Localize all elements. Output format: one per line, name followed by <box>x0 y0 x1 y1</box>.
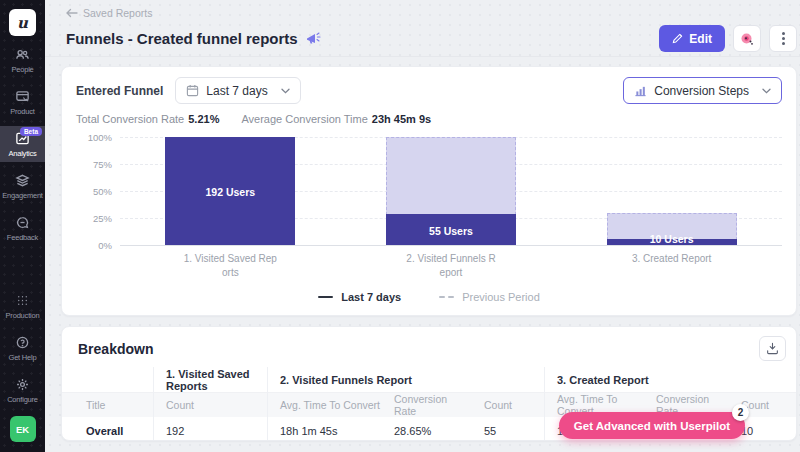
view-selector-dropdown[interactable]: Conversion Steps <box>623 77 782 104</box>
app-root: u People Product Beta Analytics Engageme… <box>0 0 800 452</box>
col-header-count-1: Count <box>153 393 267 417</box>
beta-badge: Beta <box>20 127 42 136</box>
sidebar-item-label: Product <box>10 107 34 116</box>
pink-target-icon <box>739 31 755 47</box>
total-conversion-rate: Total Conversion Rate5.21% <box>76 113 219 125</box>
y-tick-label: 100% <box>88 132 112 143</box>
cell-conv-rate-2: 28.65% <box>382 417 472 441</box>
download-icon <box>766 342 779 355</box>
dashed-line-swatch <box>439 296 454 299</box>
calendar-icon <box>186 84 199 97</box>
sidebar-item-people[interactable]: People <box>0 42 45 78</box>
x-tick-label: 2. Visited Funnels Report <box>341 252 562 279</box>
y-tick-label: 75% <box>93 159 112 170</box>
y-tick-label: 0% <box>98 240 112 251</box>
feedback-chat-icon <box>15 215 30 230</box>
gridline <box>120 245 782 246</box>
bar-group[interactable]: 55 Users <box>341 137 562 245</box>
sidebar-item-label: Get Help <box>9 353 37 362</box>
legend-item-previous[interactable]: Previous Period <box>439 291 540 303</box>
page-title: Funnels - Created funnel reports <box>66 30 298 47</box>
download-button[interactable] <box>759 336 786 361</box>
avg-conversion-time-value: 23h 45m 9s <box>372 113 431 125</box>
notification-badge: 2 <box>732 404 749 421</box>
sidebar-item-label: Feedback <box>7 233 38 242</box>
current-period-bar <box>607 239 737 245</box>
bar-group[interactable]: 10 Users <box>561 137 782 245</box>
more-options-button[interactable] <box>769 25 797 52</box>
help-icon <box>15 335 30 350</box>
current-period-bar <box>386 214 516 245</box>
funnel-chart-card: Entered Funnel Last 7 days Conversion St… <box>61 66 797 316</box>
product-icon <box>15 89 30 104</box>
sidebar-item-label: Configure <box>7 395 38 404</box>
cell-count-2: 55 <box>472 417 544 441</box>
bar-group[interactable]: 192 Users <box>120 137 341 245</box>
col-header-count-2: Count <box>472 393 544 417</box>
total-conversion-rate-label: Total Conversion Rate <box>76 113 184 125</box>
grid-icon <box>15 293 30 308</box>
avg-conversion-time-label: Average Conversion Time <box>241 113 367 125</box>
chevron-down-icon <box>762 88 771 94</box>
col-header-conv-rate-2: Conversion Rate <box>382 393 472 417</box>
x-tick-label: 3. Created Report <box>561 252 782 279</box>
group-header-empty <box>62 367 153 393</box>
sidebar-item-feedback[interactable]: Feedback <box>0 210 45 246</box>
sidebar-item-analytics[interactable]: Beta Analytics <box>0 126 45 162</box>
sidebar-item-label: People <box>11 65 33 74</box>
bar-wrap: 55 Users <box>386 137 516 245</box>
sidebar-item-product[interactable]: Product <box>0 84 45 120</box>
get-advanced-button[interactable]: Get Advanced with Userpilot 2 <box>559 412 745 439</box>
sidebar-item-engagement[interactable]: Engagement <box>0 168 45 204</box>
gear-icon <box>15 377 30 392</box>
main-area: Saved Reports Funnels - Created funnel r… <box>45 0 800 452</box>
user-avatar[interactable]: EK <box>10 416 36 442</box>
cell-count-1: 192 <box>153 417 267 441</box>
edit-button-label: Edit <box>689 32 712 46</box>
legend-item-current[interactable]: Last 7 days <box>318 291 401 303</box>
sidebar-item-label: Engagement <box>2 191 43 200</box>
chevron-down-icon <box>281 88 290 94</box>
group-header-step2: 2. Visited Funnels Report <box>267 367 544 393</box>
pencil-icon <box>672 33 683 44</box>
chart-plot-area: 192 Users55 Users10 Users <box>120 137 782 245</box>
sidebar-item-production[interactable]: Production <box>0 288 45 324</box>
entered-funnel-label: Entered Funnel <box>76 84 163 98</box>
group-header-step3: 3. Created Report <box>544 367 796 393</box>
sidebar-item-label: Analytics <box>8 149 36 158</box>
engagement-layers-icon <box>15 173 30 188</box>
sidebar: u People Product Beta Analytics Engageme… <box>0 0 45 452</box>
megaphone-icon <box>306 32 321 45</box>
y-tick-label: 25% <box>93 213 112 224</box>
x-axis-labels: 1. Visited Saved Reports2. Visited Funne… <box>120 252 782 279</box>
sidebar-item-configure[interactable]: Configure <box>0 372 45 408</box>
sidebar-item-label: Production <box>6 311 40 320</box>
solid-line-swatch <box>318 296 333 299</box>
date-range-value: Last 7 days <box>206 84 267 98</box>
page-header: Saved Reports Funnels - Created funnel r… <box>45 0 800 57</box>
back-arrow-icon <box>66 8 78 18</box>
cell-avg-time-2: 18h 1m 45s <box>267 417 382 441</box>
breadcrumb[interactable]: Saved Reports <box>66 7 797 19</box>
y-tick-label: 50% <box>93 186 112 197</box>
highlight-button[interactable] <box>733 25 761 52</box>
bar-chart-icon <box>634 85 647 97</box>
legend-previous-label: Previous Period <box>462 291 540 303</box>
col-header-avg-time-2: Avg. Time To Convert <box>267 393 382 417</box>
breadcrumb-label: Saved Reports <box>83 7 152 19</box>
cell-title: Overall <box>62 417 153 441</box>
x-tick-label: 1. Visited Saved Reports <box>120 252 341 279</box>
bar-wrap: 10 Users <box>607 137 737 245</box>
sidebar-item-get-help[interactable]: Get Help <box>0 330 45 366</box>
group-header-step1: 1. Visited Saved Reports <box>153 367 267 393</box>
total-conversion-rate-value: 5.21% <box>188 113 219 125</box>
legend-current-label: Last 7 days <box>341 291 401 303</box>
get-advanced-label: Get Advanced with Userpilot <box>574 420 730 432</box>
breakdown-title: Breakdown <box>78 341 153 357</box>
bar-wrap: 192 Users <box>165 137 295 245</box>
date-range-dropdown[interactable]: Last 7 days <box>175 77 300 104</box>
avg-conversion-time: Average Conversion Time23h 45m 9s <box>241 113 431 125</box>
userpilot-logo[interactable]: u <box>9 9 36 36</box>
summary-stats: Total Conversion Rate5.21% Average Conve… <box>76 113 782 125</box>
edit-button[interactable]: Edit <box>659 25 725 52</box>
